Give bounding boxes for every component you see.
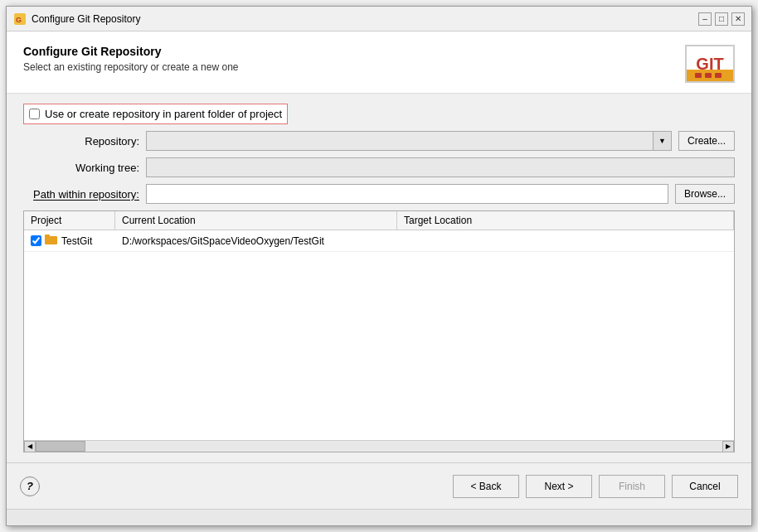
col-current-location: Current Location <box>115 211 397 230</box>
svg-rect-3 <box>705 73 712 78</box>
working-tree-label: Working tree: <box>23 162 139 174</box>
git-logo: GIT <box>685 45 735 83</box>
git-logo-text: GIT <box>696 55 723 74</box>
repository-row: Repository: ▼ Create... <box>23 131 735 151</box>
path-input[interactable] <box>146 184 668 204</box>
configure-git-dialog: G Configure Git Repository – □ ✕ Configu… <box>6 6 752 526</box>
back-button[interactable]: < Back <box>453 475 519 498</box>
use-parent-folder-label: Use or create repository in parent folde… <box>45 108 282 120</box>
project-cell: TestGit <box>24 230 115 251</box>
footer-left: ? <box>20 476 453 496</box>
footer-buttons: < Back Next > Finish Cancel <box>453 475 738 498</box>
table-body: TestGit D:/workspaces/GitSpaceVideoOxyge… <box>24 230 734 440</box>
repository-input[interactable] <box>147 133 653 148</box>
repository-label: Repository: <box>23 135 139 148</box>
use-parent-folder-checkbox[interactable] <box>29 109 40 119</box>
scroll-right-btn[interactable]: ▶ <box>722 441 734 452</box>
scroll-thumb[interactable] <box>36 441 85 452</box>
minimize-button[interactable]: – <box>698 12 712 26</box>
window-controls: – □ ✕ <box>698 12 745 26</box>
create-button[interactable]: Create... <box>678 131 735 151</box>
projects-table: Project Current Location Target Location <box>23 210 735 452</box>
title-bar: G Configure Git Repository – □ ✕ <box>7 7 751 31</box>
dialog-footer: ? < Back Next > Finish Cancel <box>7 462 751 509</box>
header-title: Configure Git Repository <box>23 45 238 58</box>
scroll-left-btn[interactable]: ◀ <box>24 441 36 452</box>
dialog-header: Configure Git Repository Select an exist… <box>7 31 751 94</box>
svg-rect-2 <box>695 73 702 78</box>
folder-icon <box>45 234 58 248</box>
project-name: TestGit <box>61 235 92 247</box>
table-row: TestGit D:/workspaces/GitSpaceVideoOxyge… <box>24 230 734 252</box>
maximize-button[interactable]: □ <box>715 12 728 26</box>
working-tree-input[interactable]: No repository selected <box>146 157 735 177</box>
next-button[interactable]: Next > <box>526 475 592 498</box>
finish-button[interactable]: Finish <box>599 475 665 498</box>
svg-rect-4 <box>715 73 722 78</box>
help-button[interactable]: ? <box>20 476 40 496</box>
scroll-track[interactable] <box>36 441 722 452</box>
dialog-title: Configure Git Repository <box>32 13 698 25</box>
header-text: Configure Git Repository Select an exist… <box>23 45 238 73</box>
svg-rect-6 <box>45 235 50 238</box>
use-parent-folder-row: Use or create repository in parent folde… <box>23 104 288 124</box>
path-label: Path within repository: <box>23 188 139 201</box>
table-header: Project Current Location Target Location <box>24 211 734 230</box>
current-location-cell: D:/workspaces/GitSpaceVideoOxygen/TestGi… <box>115 232 397 250</box>
svg-text:G: G <box>16 16 22 24</box>
dialog-icon: G <box>13 12 27 26</box>
close-button[interactable]: ✕ <box>731 12 745 26</box>
col-project: Project <box>24 211 115 230</box>
browse-button[interactable]: Browse... <box>675 184 735 204</box>
horizontal-scrollbar[interactable]: ◀ ▶ <box>24 440 734 452</box>
dialog-content: Use or create repository in parent folde… <box>7 94 751 462</box>
cancel-button[interactable]: Cancel <box>672 475 738 498</box>
header-subtitle: Select an existing repository or create … <box>23 61 238 73</box>
path-row: Path within repository: Browse... <box>23 184 735 204</box>
row-checkbox[interactable] <box>31 235 41 246</box>
repository-combo[interactable]: ▼ <box>146 131 672 151</box>
target-location-cell <box>397 238 734 244</box>
repository-dropdown-arrow[interactable]: ▼ <box>653 132 671 150</box>
col-target-location: Target Location <box>397 211 734 230</box>
status-bar <box>7 509 751 525</box>
working-tree-row: Working tree: No repository selected <box>23 157 735 177</box>
